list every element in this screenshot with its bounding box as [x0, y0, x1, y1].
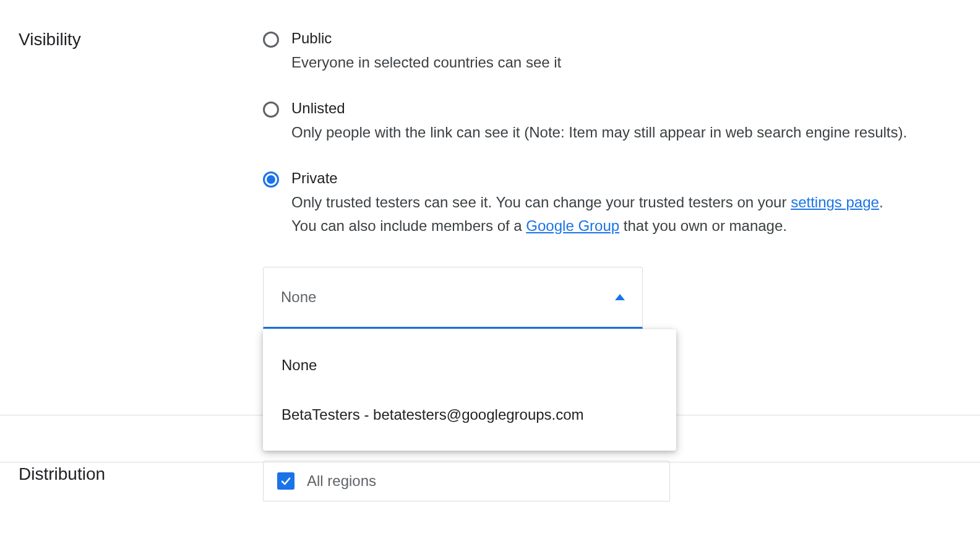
distribution-label: Distribution [19, 442, 263, 484]
dropdown-option-none[interactable]: None [263, 340, 676, 390]
google-group-dropdown: None BetaTesters - betatesters@googlegro… [263, 329, 676, 451]
radio-icon[interactable] [263, 32, 279, 48]
radio-text: Private Only trusted testers can see it.… [291, 170, 961, 236]
visibility-section: Visibility Public Everyone in selected c… [0, 0, 980, 329]
desc-text: . [879, 194, 883, 210]
visibility-radio-group: Public Everyone in selected countries ca… [263, 30, 961, 237]
distribution-section: Distribution All regions [19, 442, 961, 501]
google-group-select[interactable]: None [263, 267, 643, 329]
visibility-content: Public Everyone in selected countries ca… [263, 0, 961, 329]
radio-desc-unlisted: Only people with the link can see it (No… [291, 121, 961, 144]
desc-text: You can also include members of a [291, 217, 526, 234]
desc-text: Only trusted testers can see it. You can… [291, 194, 791, 210]
all-regions-row[interactable]: All regions [263, 461, 670, 501]
visibility-option-private[interactable]: Private Only trusted testers can see it.… [263, 170, 961, 236]
radio-desc-private: Only trusted testers can see it. You can… [291, 191, 961, 236]
google-group-select-wrapper: None None BetaTesters - betatesters@goog… [263, 267, 643, 329]
radio-text: Public Everyone in selected countries ca… [291, 30, 961, 74]
visibility-label: Visibility [19, 0, 263, 50]
select-value: None [281, 288, 316, 306]
radio-title-private: Private [291, 170, 961, 187]
distribution-content: All regions [263, 442, 961, 501]
settings-page-link[interactable]: settings page [791, 194, 879, 210]
visibility-option-public[interactable]: Public Everyone in selected countries ca… [263, 30, 961, 74]
google-group-link[interactable]: Google Group [526, 217, 619, 234]
radio-icon-selected[interactable] [263, 171, 279, 188]
desc-text: that you own or manage. [619, 217, 787, 234]
radio-title-public: Public [291, 30, 961, 47]
caret-up-icon [615, 294, 625, 300]
radio-text: Unlisted Only people with the link can s… [291, 100, 961, 144]
checkbox-checked-icon[interactable] [277, 472, 294, 490]
dropdown-option-betatesters[interactable]: BetaTesters - betatesters@googlegroups.c… [263, 390, 676, 440]
all-regions-label: All regions [307, 472, 376, 490]
visibility-option-unlisted[interactable]: Unlisted Only people with the link can s… [263, 100, 961, 144]
section-divider [0, 462, 980, 462]
radio-desc-public: Everyone in selected countries can see i… [291, 51, 961, 74]
radio-icon[interactable] [263, 102, 279, 118]
radio-title-unlisted: Unlisted [291, 100, 961, 117]
